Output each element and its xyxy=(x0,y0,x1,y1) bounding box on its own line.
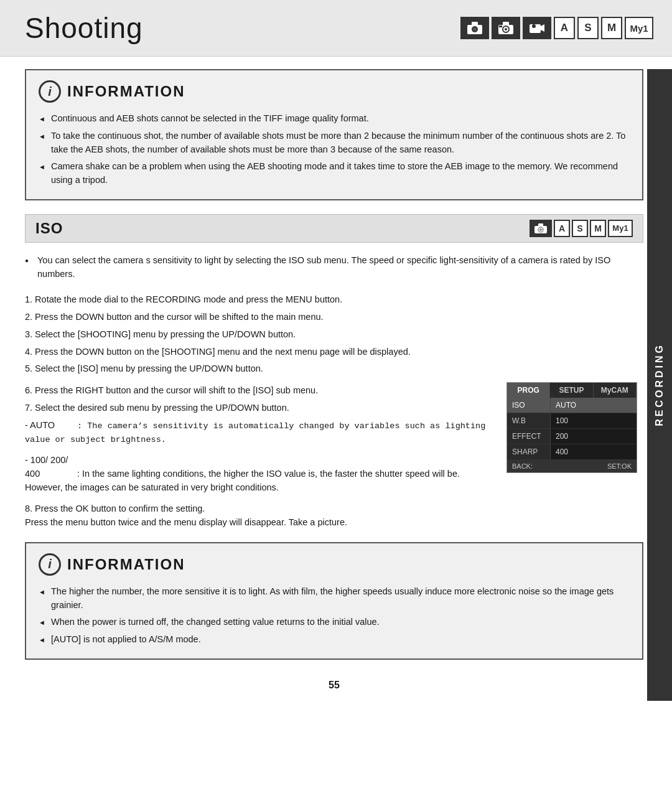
page-container: Shooting xyxy=(0,0,672,806)
iso-steps-1-5: 1. Rotate the mode dial to the RECORDING… xyxy=(25,292,643,377)
iso-step-7: 7. Select the desired sub menu by pressi… xyxy=(25,400,494,417)
svg-rect-13 xyxy=(538,223,543,227)
menu-tab-prog: PROG xyxy=(507,383,550,398)
range-item: - 100/ 200/ 400 : In the same lighting c… xyxy=(25,452,494,496)
iso-title: ISO xyxy=(35,220,63,237)
recording-sidebar: RECORDING xyxy=(647,69,672,701)
menu-setok: SET:OK xyxy=(607,462,632,470)
auto-desc: : The camera’s sensitivity is automatica… xyxy=(25,421,485,444)
svg-rect-1 xyxy=(472,22,478,26)
iso-bullet-text: You can select the camera s sensitivity … xyxy=(25,251,643,288)
main-inner: INFORMATION Continuous and AEB shots can… xyxy=(25,69,643,701)
mode-icon-M: M xyxy=(601,17,622,39)
info-item-2-1: The higher the number, the more sensitiv… xyxy=(39,583,630,614)
auto-item: - AUTO : The camera’s sensitivity is aut… xyxy=(25,417,494,449)
info-icon-1 xyxy=(39,80,61,103)
iso-step-8-area: 8. Press the OK button to confirm the se… xyxy=(25,502,643,530)
info-item-1-3: Camera shake can be a problem when using… xyxy=(39,158,630,189)
recording-label: RECORDING xyxy=(654,343,665,426)
iso-mode-camera xyxy=(530,220,552,237)
mode-icon-camera1 xyxy=(460,17,489,39)
iso-step-8: 8. Press the OK button to confirm the se… xyxy=(25,502,643,516)
info-item-1-2: To take the continuous shot, the number … xyxy=(39,128,630,159)
info-icon-2 xyxy=(39,553,61,576)
steps-6-7-area: 6. Press the RIGHT button and the cursor… xyxy=(25,382,643,496)
menu-value-200: 200 xyxy=(551,429,637,444)
info-title-2: INFORMATION xyxy=(67,556,185,573)
iso-step-3: 3. Select the [SHOOTING] menu by pressin… xyxy=(25,327,643,343)
menu-label-iso: ISO xyxy=(507,398,551,413)
iso-header: ISO A S M My1 xyxy=(25,214,643,243)
camera-menu-footer: BACK: SET:OK xyxy=(507,460,637,472)
iso-mode-icons: A S M My1 xyxy=(530,220,633,237)
page-number: 55 xyxy=(25,673,643,701)
range-label: - 100/ 200/ 400 xyxy=(25,454,75,481)
iso-step-1: 1. Rotate the mode dial to the RECORDING… xyxy=(25,292,643,308)
iso-step-6: 6. Press the RIGHT button and the cursor… xyxy=(25,382,494,400)
header-bar: Shooting xyxy=(0,0,672,57)
info-item-2-2: When the power is turned off, the change… xyxy=(39,614,630,631)
camera-menu: PROG SETUP MyCAM ISO AUTO W.B 100 xyxy=(506,382,637,473)
iso-step-8b: Press the menu button twice and the menu… xyxy=(25,516,643,530)
info-item-2-3: [AUTO] is not applied to A/S/M mode. xyxy=(39,631,630,649)
menu-row-iso: ISO AUTO xyxy=(507,398,637,413)
mode-icon-My1: My1 xyxy=(625,17,653,39)
menu-tab-mycam: MyCAM xyxy=(594,383,637,398)
svg-rect-5 xyxy=(503,22,509,26)
mode-icons-group: A S M My1 xyxy=(460,17,653,39)
mode-icon-A: A xyxy=(554,17,575,39)
menu-label-wb: W.B xyxy=(507,413,551,428)
info-title-1: INFORMATION xyxy=(67,83,185,100)
info-box-1: INFORMATION Continuous and AEB shots can… xyxy=(25,69,643,200)
svg-point-11 xyxy=(532,24,536,28)
info-item-1-1: Continuous and AEB shots cannot be selec… xyxy=(39,110,630,128)
menu-value-100: 100 xyxy=(551,413,637,428)
iso-mode-M: M xyxy=(590,220,606,237)
svg-rect-8 xyxy=(499,26,502,27)
iso-mode-My1: My1 xyxy=(608,220,633,237)
svg-point-7 xyxy=(505,28,507,30)
iso-step-2: 2. Press the DOWN button and the cursor … xyxy=(25,309,643,326)
mode-icon-S: S xyxy=(577,17,599,39)
auto-label: - AUTO xyxy=(25,419,75,433)
info-list-1: Continuous and AEB shots cannot be selec… xyxy=(39,110,630,189)
menu-value-400: 400 xyxy=(551,444,637,459)
iso-step-4: 4. Press the DOWN button on the [SHOOTIN… xyxy=(25,344,643,360)
menu-row-wb: W.B 100 xyxy=(507,413,637,429)
steps-6-7-text: 6. Press the RIGHT button and the cursor… xyxy=(25,382,494,496)
info-header-2: INFORMATION xyxy=(39,553,630,576)
camera-menu-display: PROG SETUP MyCAM ISO AUTO W.B 100 xyxy=(506,382,643,473)
camera-menu-tabs: PROG SETUP MyCAM xyxy=(507,383,637,398)
range-desc: : In the same lighting conditions, the h… xyxy=(25,469,460,492)
svg-point-15 xyxy=(539,228,542,231)
info-list-2: The higher the number, the more sensitiv… xyxy=(39,583,630,649)
menu-label-effect: EFFECT xyxy=(507,429,551,444)
mode-icon-video xyxy=(523,17,551,39)
iso-step-5: 5. Select the [ISO] menu by pressing the… xyxy=(25,361,643,377)
menu-back: BACK: xyxy=(512,462,533,470)
iso-mode-A: A xyxy=(554,220,570,237)
info-box-2: INFORMATION The higher the number, the m… xyxy=(25,542,643,660)
menu-row-sharp: SHARP 400 xyxy=(507,444,637,460)
menu-tab-setup: SETUP xyxy=(550,383,593,398)
page-title: Shooting xyxy=(25,11,143,45)
main-wrapper: INFORMATION Continuous and AEB shots can… xyxy=(0,57,672,701)
iso-mode-S: S xyxy=(572,220,588,237)
menu-label-sharp: SHARP xyxy=(507,444,551,459)
menu-row-effect: EFFECT 200 xyxy=(507,429,637,444)
svg-marker-10 xyxy=(541,24,544,32)
info-header-1: INFORMATION xyxy=(39,80,630,103)
mode-icon-camera2 xyxy=(492,17,520,39)
menu-value-auto: AUTO xyxy=(551,398,637,413)
svg-point-3 xyxy=(473,27,477,31)
